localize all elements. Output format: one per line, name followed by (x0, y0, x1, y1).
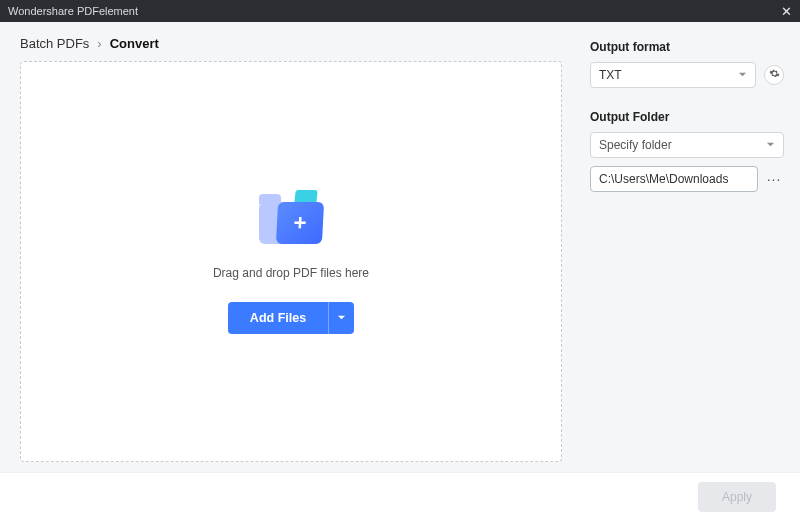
footer-bar: Apply (0, 472, 800, 520)
output-folder-mode-select[interactable]: Specify folder (590, 132, 784, 158)
gear-icon (769, 68, 780, 82)
breadcrumb: Batch PDFs › Convert (20, 36, 562, 51)
chevron-down-icon (766, 138, 775, 152)
output-folder-label: Output Folder (590, 110, 784, 124)
apply-button[interactable]: Apply (698, 482, 776, 512)
output-folder-mode-value: Specify folder (599, 138, 672, 152)
chevron-right-icon: › (97, 36, 101, 51)
ellipsis-icon: ··· (767, 171, 782, 187)
chevron-down-icon (738, 68, 747, 82)
body: Batch PDFs › Convert + Drag and drop PDF… (0, 22, 800, 472)
app-title: Wondershare PDFelement (8, 5, 138, 17)
breadcrumb-root[interactable]: Batch PDFs (20, 36, 89, 51)
settings-panel: Output format TXT Output Folder Specify … (580, 22, 800, 472)
add-files-group: Add Files (228, 302, 354, 334)
output-format-select[interactable]: TXT (590, 62, 756, 88)
add-files-dropdown-button[interactable] (328, 302, 354, 334)
dropzone-hint: Drag and drop PDF files here (213, 266, 369, 280)
close-icon[interactable]: ✕ (781, 4, 792, 19)
breadcrumb-current: Convert (110, 36, 159, 51)
file-dropzone[interactable]: + Drag and drop PDF files here Add Files (20, 61, 562, 462)
add-files-button[interactable]: Add Files (228, 302, 328, 334)
folder-plus-icon: + (259, 190, 323, 244)
chevron-down-icon (337, 310, 346, 325)
output-folder-path-input[interactable] (590, 166, 758, 192)
output-format-value: TXT (599, 68, 622, 82)
title-bar: Wondershare PDFelement ✕ (0, 0, 800, 22)
format-settings-button[interactable] (764, 65, 784, 85)
main-panel: Batch PDFs › Convert + Drag and drop PDF… (0, 22, 580, 472)
app-window: Wondershare PDFelement ✕ Batch PDFs › Co… (0, 0, 800, 520)
output-format-label: Output format (590, 40, 784, 54)
browse-folder-button[interactable]: ··· (764, 168, 784, 190)
